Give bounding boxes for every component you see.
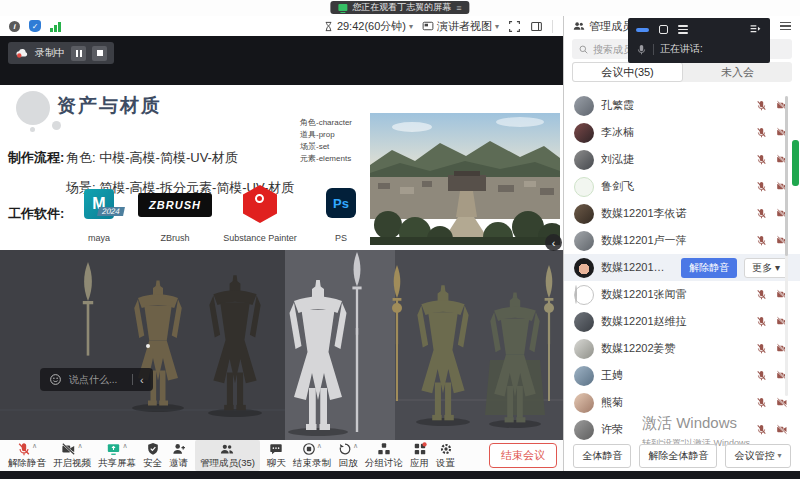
mic-muted-icon[interactable] — [756, 100, 767, 111]
member-scrollbar-thumb[interactable] — [785, 96, 788, 256]
meeting-timer[interactable]: 29:42(60分钟)▾ — [323, 19, 413, 34]
more-button[interactable]: 更多 ▾ — [744, 258, 788, 278]
invite-button[interactable]: 邀请 — [169, 442, 188, 470]
member-row[interactable]: 数媒12201李依诺 — [564, 200, 800, 227]
member-row[interactable]: 数媒12202姜赞 — [564, 335, 800, 362]
collapse-panel-icon[interactable] — [749, 23, 762, 36]
share-screen-icon — [106, 442, 121, 456]
view-mode-selector[interactable]: 演讲者视图▾ — [422, 19, 499, 34]
banner-menu-icon[interactable]: ≡ — [456, 3, 461, 13]
zbrush-label: ZBrush — [140, 233, 210, 243]
avatar — [574, 150, 594, 170]
activate-windows-watermark: 激活 Windows — [642, 414, 737, 433]
unmute-toolbar-button[interactable]: ∧ 解除静音 — [8, 442, 46, 470]
start-video-button[interactable]: ∧ 开启视频 — [53, 442, 91, 470]
settings-button[interactable]: 设置 — [436, 442, 455, 470]
mic-muted-icon[interactable] — [756, 316, 767, 327]
shield-icon — [146, 442, 160, 456]
mic-muted-icon[interactable] — [756, 208, 767, 219]
member-row[interactable]: 刘泓捷 — [564, 146, 800, 173]
chat-button[interactable]: 聊天 — [267, 442, 286, 470]
tab-not-joined[interactable]: 未入会 — [683, 62, 792, 82]
member-row[interactable]: 李冰楠 — [564, 119, 800, 146]
panel-menu-icon[interactable] — [780, 22, 791, 31]
os-top-bar: 您正在观看丁志翼的屏幕 ≡ — [0, 0, 800, 16]
mic-muted-icon[interactable] — [756, 154, 767, 165]
speaker-view-icon — [422, 20, 434, 32]
meeting-control-button[interactable]: 会议管控▾ — [725, 444, 790, 468]
speaking-jump-indicator[interactable] — [792, 140, 799, 186]
member-row[interactable]: 数媒12201赵维拉 — [564, 308, 800, 335]
avatar — [574, 204, 594, 224]
unmute-all-button[interactable]: 解除全体静音 — [639, 444, 717, 468]
cloud-record-icon — [15, 47, 29, 59]
member-row[interactable]: 数媒12201卢一萍 — [564, 227, 800, 254]
apps-button[interactable]: 应用 — [410, 442, 429, 470]
stop-recording-button[interactable] — [92, 46, 107, 61]
emoji-icon[interactable] — [49, 373, 62, 386]
recording-label: 录制中 — [35, 46, 65, 60]
avatar — [574, 366, 594, 386]
share-screen-button[interactable]: ∧ 共享屏幕 — [98, 442, 136, 470]
member-row-highlighted[interactable]: 数媒12201魏延光 解除静音 更多 ▾ — [564, 254, 800, 281]
process-label: 制作流程: — [8, 149, 64, 167]
mic-muted-icon[interactable] — [756, 235, 767, 246]
bottom-edge-strip — [0, 471, 800, 479]
speaking-mic-icon — [636, 44, 647, 55]
member-row[interactable]: 数媒12201张闻雷 — [564, 281, 800, 308]
avatar — [574, 420, 594, 440]
mic-muted-icon[interactable] — [756, 343, 767, 354]
end-meeting-button[interactable]: 结束会议 — [489, 443, 557, 468]
member-row[interactable]: 鲁剑飞 — [564, 173, 800, 200]
chat-icon — [269, 442, 283, 456]
stop-record-icon — [302, 442, 316, 456]
camera-off-icon[interactable] — [776, 424, 788, 435]
sidebar-toggle-icon[interactable] — [530, 20, 543, 33]
playback-icon — [338, 442, 352, 456]
meeting-app-window: 您正在观看丁志翼的屏幕 ≡ i ✓ 29:42(60分钟)▾ 演讲者视图▾ — [0, 0, 800, 479]
speaking-label: 正在讲话: — [660, 42, 703, 56]
member-row[interactable]: 孔繁霞 — [564, 92, 800, 119]
stage-collapse-button[interactable]: ‹ — [545, 234, 562, 251]
menu-icon[interactable] — [678, 25, 688, 34]
chat-collapse-icon[interactable]: ‹ — [140, 374, 144, 386]
member-row[interactable]: 熊菊 — [564, 389, 800, 416]
playback-button[interactable]: ∧ 回放 — [338, 442, 358, 470]
fullscreen-icon[interactable] — [508, 20, 521, 33]
mic-muted-icon[interactable] — [756, 181, 767, 192]
3d-character-models-image — [0, 250, 563, 440]
photoshop-label: PS — [318, 233, 364, 243]
tab-in-meeting[interactable]: 会议中(35) — [572, 62, 683, 82]
pause-recording-button[interactable] — [71, 46, 86, 61]
maximize-icon[interactable] — [659, 25, 668, 34]
mute-all-button[interactable]: 全体静音 — [573, 444, 631, 468]
manage-members-button[interactable]: 管理成员(35) — [195, 440, 260, 471]
mic-muted-icon — [17, 442, 31, 456]
mic-muted-icon[interactable] — [756, 127, 767, 138]
search-icon — [578, 44, 589, 55]
security-shield-icon[interactable]: ✓ — [29, 20, 41, 32]
slide-deco-circle — [16, 91, 50, 125]
minimize-icon[interactable] — [636, 28, 649, 32]
mic-muted-icon[interactable] — [756, 289, 767, 300]
camera-off-icon[interactable] — [776, 397, 788, 408]
unmute-button[interactable]: 解除静音 — [681, 258, 737, 278]
avatar — [574, 312, 594, 332]
shared-screen-stage: 录制中 资产与材质 角色-character道具-prop 场景-set元素-e… — [0, 36, 563, 440]
member-row[interactable]: 王娉 — [564, 362, 800, 389]
member-list: 孔繁霞 李冰楠 刘泓捷 鲁剑飞 数媒12201李依诺 数媒12201卢一萍 数媒… — [564, 92, 800, 443]
maya-version-badge: 2024 — [97, 207, 125, 216]
watching-banner[interactable]: 您正在观看丁志翼的屏幕 ≡ — [330, 1, 469, 14]
breakout-rooms-button[interactable]: 分组讨论 — [365, 442, 403, 470]
info-icon[interactable]: i — [9, 21, 20, 32]
watching-banner-text: 您正在观看丁志翼的屏幕 — [352, 1, 451, 14]
avatar — [574, 123, 594, 143]
mic-muted-icon[interactable] — [756, 370, 767, 381]
stop-record-button[interactable]: ∧ 结束录制 — [293, 442, 331, 470]
avatar — [574, 339, 594, 359]
invite-person-icon — [172, 442, 186, 456]
chat-input[interactable] — [69, 374, 125, 385]
security-button[interactable]: 安全 — [143, 442, 162, 470]
mic-muted-icon[interactable] — [756, 424, 767, 435]
mic-muted-icon[interactable] — [756, 397, 767, 408]
